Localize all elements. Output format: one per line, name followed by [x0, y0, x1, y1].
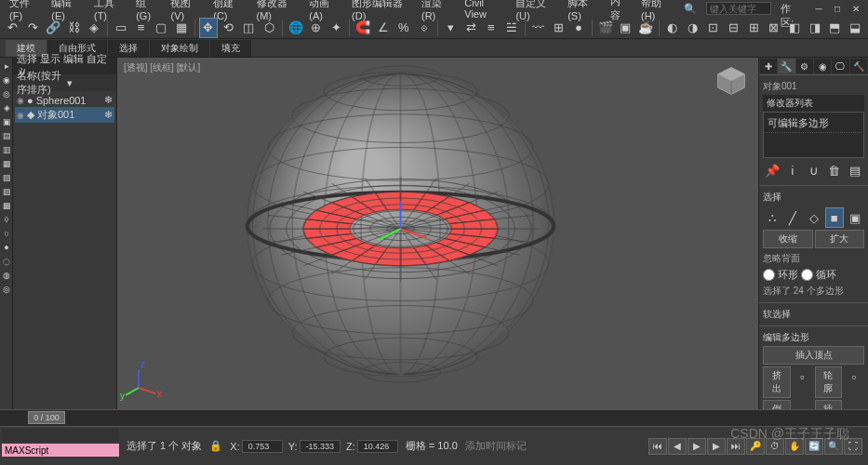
tool-extra3[interactable]: ⊡	[704, 18, 723, 38]
goto-end-button[interactable]: ⏭	[727, 438, 745, 455]
inset-settings[interactable]: ▫	[844, 400, 864, 409]
refcoord-button[interactable]: 🌐	[287, 18, 305, 38]
play-button[interactable]: ▶	[688, 438, 706, 455]
lefticon-4[interactable]: ◈	[1, 101, 12, 113]
select-region-button[interactable]: ▢	[152, 18, 170, 38]
stack-config-icon[interactable]: ▤	[846, 160, 864, 180]
place-button[interactable]: ⬡	[260, 18, 278, 38]
pivot-button[interactable]: ⊕	[307, 18, 326, 38]
stack-remove-icon[interactable]: 🗑	[825, 160, 844, 180]
lefticon-11[interactable]: ▩	[1, 199, 12, 211]
subobj-edge[interactable]: ╱	[783, 207, 802, 228]
unlink-button[interactable]: ⛓	[64, 18, 83, 38]
x-input[interactable]: 0.753	[242, 440, 283, 453]
spinner-snap-button[interactable]: ⟐	[415, 18, 434, 38]
editpoly-rollout[interactable]: 编辑多边形	[763, 329, 864, 346]
lefticon-7[interactable]: ▥	[1, 143, 12, 155]
tool-extra1[interactable]: ◐	[663, 18, 682, 38]
outline-button[interactable]: 轮廓	[815, 366, 843, 398]
scale-button[interactable]: ◫	[240, 18, 259, 38]
curve-editor-button[interactable]: 〰	[528, 18, 547, 38]
undo-button[interactable]: ↶	[4, 18, 22, 38]
lefticon-10[interactable]: ▨	[1, 185, 12, 197]
next-frame-button[interactable]: ▶	[707, 438, 726, 455]
selection-rollout[interactable]: 选择	[763, 189, 864, 206]
align-button[interactable]: ≡	[482, 18, 501, 38]
tree-item-sphere[interactable]: ◉ ● Sphere001 ❄	[15, 93, 114, 107]
tab-populate[interactable]: 填充	[210, 40, 251, 57]
subobj-vertex[interactable]: ∴	[763, 207, 781, 228]
maxscript-listener[interactable]: MAXScript	[2, 444, 119, 457]
z-input[interactable]: 10.426	[357, 440, 398, 453]
viewport[interactable]: [透视] [线框] [默认]	[117, 58, 758, 409]
goto-start-button[interactable]: ⏮	[648, 438, 667, 455]
insert-vertex-button[interactable]: 插入顶点	[763, 346, 864, 365]
tool-extra8[interactable]: ◨	[806, 18, 824, 38]
manipulate-button[interactable]: ✦	[327, 18, 346, 38]
tool-extra7[interactable]: ◧	[785, 18, 804, 38]
lefticon-9[interactable]: ▧	[1, 171, 12, 183]
search-input[interactable]	[706, 2, 771, 15]
time-config-button[interactable]: ⏱	[766, 438, 784, 455]
addkey-label[interactable]: 添加时间标记	[465, 439, 527, 453]
ring-radio[interactable]	[763, 269, 775, 281]
loop-radio[interactable]	[801, 269, 813, 281]
tool-extra2[interactable]: ◑	[684, 18, 702, 38]
stack-show-icon[interactable]: ⅰ	[783, 160, 802, 180]
scene-tree[interactable]: ◉ ● Sphere001 ❄ ◉ ◆ 对象001 ❄	[13, 91, 116, 409]
lefticon-2[interactable]: ◉	[1, 73, 12, 86]
lefticon-3[interactable]: ◎	[1, 87, 12, 100]
lefticon-16[interactable]: ◍	[1, 269, 12, 281]
nav-orbit-button[interactable]: 🔄	[805, 438, 823, 455]
maximize-button[interactable]: □	[829, 2, 846, 15]
tool-extra10[interactable]: ⬓	[846, 18, 864, 38]
select-button[interactable]: ▭	[112, 18, 130, 38]
percent-snap-button[interactable]: %	[394, 18, 413, 38]
rotate-button[interactable]: ⟲	[220, 18, 238, 38]
prev-frame-button[interactable]: ◀	[668, 438, 687, 455]
lefticon-6[interactable]: ▤	[1, 129, 12, 141]
subobj-polygon[interactable]: ■	[825, 207, 844, 228]
nav-zoom-button[interactable]: 🔍	[824, 438, 843, 455]
time-slider[interactable]: 0 / 100	[28, 411, 65, 424]
lefticon-14[interactable]: ●	[1, 241, 12, 253]
motion-tab[interactable]: ◉	[814, 59, 831, 73]
tree-item-object[interactable]: ◉ ◆ 对象001 ❄	[15, 107, 114, 123]
viewcube[interactable]	[714, 64, 748, 98]
snap-button[interactable]: 🧲	[354, 18, 372, 38]
modifier-list[interactable]: 修改器列表	[763, 95, 864, 112]
subobj-border[interactable]: ◇	[804, 207, 822, 228]
timeline[interactable]: 0 / 100	[0, 409, 868, 426]
tool-extra9[interactable]: ⬒	[825, 18, 844, 38]
layer-button[interactable]: ☱	[502, 18, 521, 38]
lefticon-5[interactable]: ▣	[1, 115, 12, 127]
bevel-button[interactable]: 倒角	[763, 400, 791, 409]
tool-extra5[interactable]: ⊞	[744, 18, 763, 38]
create-tab[interactable]: ✚	[760, 59, 777, 73]
display-tab[interactable]: 🖵	[832, 59, 848, 73]
angle-snap-button[interactable]: ∠	[374, 18, 393, 38]
bevel-settings[interactable]: ▫	[793, 400, 813, 409]
lefticon-13[interactable]: ○	[1, 227, 12, 239]
tool-extra6[interactable]: ⊠	[765, 18, 783, 38]
shrink-button[interactable]: 收缩	[763, 230, 813, 248]
mirror-button[interactable]: ⇄	[461, 18, 480, 38]
named-selection-button[interactable]: ▾	[441, 18, 460, 38]
lock-icon[interactable]: 🔒	[209, 440, 222, 452]
close-button[interactable]: ✕	[848, 2, 864, 15]
modify-tab[interactable]: 🔧	[778, 59, 795, 73]
nav-max-button[interactable]: ⛶	[844, 438, 862, 455]
lefticon-17[interactable]: ◎	[1, 283, 12, 295]
grow-button[interactable]: 扩大	[815, 230, 865, 248]
hierarchy-tab[interactable]: ⚙	[796, 59, 813, 73]
move-button[interactable]: ✥	[199, 18, 218, 38]
render-button[interactable]: ☕	[636, 18, 655, 38]
nav-pan-button[interactable]: ✋	[785, 438, 804, 455]
key-mode-button[interactable]: 🔑	[746, 438, 765, 455]
lefticon-8[interactable]: ▦	[1, 157, 12, 169]
stack-pin-icon[interactable]: 📌	[763, 160, 781, 180]
render-setup-button[interactable]: 🎬	[596, 18, 615, 38]
y-input[interactable]: -15.333	[300, 440, 341, 453]
freeze-icon[interactable]: ❄	[104, 109, 113, 121]
trackbar[interactable]	[2, 429, 119, 442]
